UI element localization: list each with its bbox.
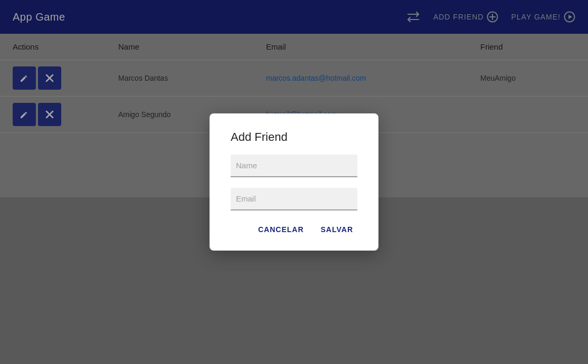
- dialog-title: Add Friend: [231, 130, 357, 144]
- save-button[interactable]: SALVAR: [317, 223, 357, 236]
- email-input[interactable]: [231, 188, 357, 210]
- cancel-button[interactable]: CANCELAR: [254, 223, 308, 236]
- dialog-actions: CANCELAR SALVAR: [231, 223, 357, 236]
- modal-overlay: Add Friend CANCELAR SALVAR: [0, 0, 588, 364]
- add-friend-dialog: Add Friend CANCELAR SALVAR: [210, 113, 378, 251]
- name-input[interactable]: [231, 155, 357, 177]
